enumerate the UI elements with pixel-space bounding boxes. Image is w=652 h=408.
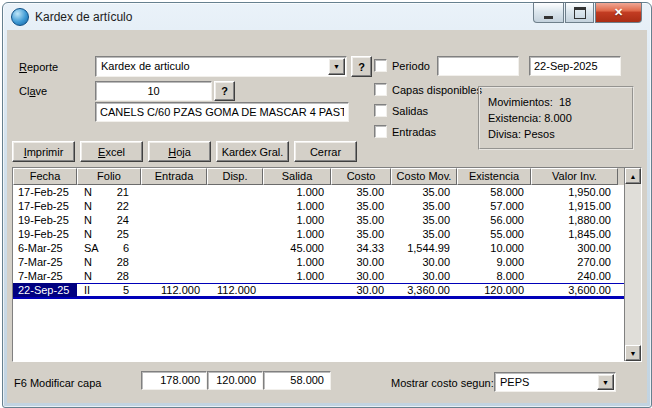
entradas-checkbox[interactable]	[374, 125, 387, 138]
excel-button[interactable]: Excel	[80, 141, 143, 162]
cell-valor-inv: 240.00	[531, 269, 618, 283]
reporte-label: Reporte	[19, 61, 58, 73]
reporte-help-button[interactable]: ?	[351, 56, 372, 77]
cell-costo-mov: 35.00	[391, 213, 457, 227]
cell-entrada	[141, 199, 207, 213]
table-row[interactable]: 22-Sep-25II5112.000112.00030.003,360.001…	[13, 283, 624, 297]
info-panel: Movimientos: 18 Existencia: 8.000 Divisa…	[478, 86, 634, 150]
imprimir-button[interactable]: Imprimir	[12, 141, 75, 162]
cell-entrada	[141, 269, 207, 283]
scroll-down-icon: ▼	[630, 350, 637, 357]
scroll-up-button[interactable]: ▲	[625, 168, 641, 184]
mostrar-costo-label: Mostrar costo segun:	[391, 377, 494, 389]
column-header-costo-mov[interactable]: Costo Mov.	[391, 168, 457, 185]
periodo-checkbox[interactable]	[374, 59, 387, 72]
reporte-combobox[interactable]: Kardex de articulo ▼	[95, 56, 347, 77]
cell-valor-inv: 1,880.00	[531, 213, 618, 227]
cell-existencia: 58.000	[457, 185, 531, 199]
cell-existencia: 10.000	[457, 241, 531, 255]
cell-existencia: 56.000	[457, 213, 531, 227]
cell-existencia: 55.000	[457, 227, 531, 241]
cell-entrada	[141, 185, 207, 199]
cell-disp	[207, 269, 263, 283]
table-row[interactable]: 6-Mar-25SA645.00034.331,544.9910.000300.…	[13, 241, 624, 255]
cell-existencia: 57.000	[457, 199, 531, 213]
table-row[interactable]: 19-Feb-25N241.00035.0035.0056.0001,880.0…	[13, 213, 624, 227]
salidas-checkbox[interactable]	[374, 104, 387, 117]
table-row[interactable]: 17-Feb-25N211.00035.0035.0058.0001,950.0…	[13, 185, 624, 199]
cell-entrada	[141, 213, 207, 227]
entradas-label: Entradas	[392, 126, 436, 138]
column-header-costo[interactable]: Costo	[331, 168, 391, 185]
column-header-salida[interactable]: Salida	[263, 168, 331, 185]
cell-folio-num: 28	[117, 269, 129, 283]
total-entrada: 178.000	[141, 371, 207, 390]
cell-disp	[207, 255, 263, 269]
periodo-input[interactable]	[438, 57, 518, 75]
client-area: Reporte Kardex de articulo ▼ ? Periodo C…	[7, 30, 647, 403]
reporte-value: Kardex de articulo	[101, 57, 326, 76]
column-header-valor-inv[interactable]: Valor Inv.	[531, 168, 618, 185]
kardex-gral-button[interactable]: Kardex Gral.	[216, 141, 289, 162]
table-row[interactable]: 7-Mar-25N281.00030.0030.009.000270.00	[13, 255, 624, 269]
column-header-existencia[interactable]: Existencia	[457, 168, 531, 185]
cell-costo: 35.00	[331, 213, 391, 227]
scroll-down-button[interactable]: ▼	[625, 345, 641, 361]
cell-salida	[263, 283, 331, 297]
cell-folio-num: 28	[117, 255, 129, 269]
cell-valor-inv: 1,950.00	[531, 185, 618, 199]
hoja-button[interactable]: Hoja	[148, 141, 211, 162]
descripcion-input[interactable]	[96, 103, 348, 121]
table-row[interactable]: 7-Mar-25N281.00030.0030.008.000240.00	[13, 269, 624, 283]
mostrar-costo-dropdown-button[interactable]: ▼	[597, 374, 614, 390]
cell-costo-mov: 3,360.00	[391, 283, 457, 297]
periodo-fecha-field	[529, 56, 621, 76]
cell-disp	[207, 185, 263, 199]
cell-folio-tipo: N	[84, 255, 92, 269]
table-row[interactable]: 17-Feb-25N221.00035.0035.0057.0001,915.0…	[13, 199, 624, 213]
table-body: 17-Feb-25N211.00035.0035.0058.0001,950.0…	[13, 185, 624, 361]
periodo-fecha-input[interactable]	[530, 57, 620, 75]
cell-folio-tipo: N	[84, 199, 92, 213]
scrollbar-track[interactable]	[625, 184, 641, 345]
cell-folio: II5	[77, 283, 141, 297]
cell-entrada	[141, 255, 207, 269]
cell-costo-mov: 30.00	[391, 255, 457, 269]
mostrar-costo-combobox[interactable]: PEPS ▼	[494, 372, 616, 392]
descripcion-field	[95, 102, 349, 122]
cell-folio-num: 22	[117, 199, 129, 213]
clave-input[interactable]	[96, 82, 211, 100]
close-button[interactable]: ✕	[595, 2, 642, 23]
column-header-disp[interactable]: Disp.	[207, 168, 263, 185]
column-header-entrada[interactable]: Entrada	[141, 168, 207, 185]
cell-folio: N22	[77, 199, 141, 213]
app-icon	[11, 8, 29, 26]
table-row[interactable]: 19-Feb-25N251.00035.0035.0055.0001,845.0…	[13, 227, 624, 241]
minimize-button[interactable]	[533, 2, 564, 23]
clave-help-button[interactable]: ?	[214, 81, 235, 101]
column-header-fecha[interactable]: Fecha	[13, 168, 77, 185]
cell-costo: 30.00	[331, 255, 391, 269]
column-header-folio[interactable]: Folio	[77, 168, 141, 185]
minimize-icon	[544, 16, 553, 19]
cell-folio-num: 5	[123, 283, 129, 297]
cell-costo-mov: 1,544.99	[391, 241, 457, 255]
cell-folio-tipo: N	[84, 227, 92, 241]
cell-folio: N24	[77, 213, 141, 227]
cell-valor-inv: 3,600.00	[531, 283, 618, 297]
grid-main: FechaFolioEntradaDisp.SalidaCostoCosto M…	[13, 168, 624, 361]
cell-fecha: 17-Feb-25	[13, 199, 77, 213]
vertical-scrollbar[interactable]: ▲ ▼	[624, 168, 641, 361]
reporte-dropdown-button[interactable]: ▼	[328, 58, 345, 75]
cell-fecha: 19-Feb-25	[13, 227, 77, 241]
cell-entrada	[141, 227, 207, 241]
clave-label: Clave	[19, 85, 47, 97]
cell-fecha: 22-Sep-25	[13, 283, 77, 297]
cell-costo-mov: 35.00	[391, 199, 457, 213]
cell-folio: N28	[77, 255, 141, 269]
cell-existencia: 8.000	[457, 269, 531, 283]
cerrar-button[interactable]: Cerrar	[294, 141, 357, 162]
cell-fecha: 17-Feb-25	[13, 185, 77, 199]
maximize-button[interactable]	[565, 2, 594, 23]
capas-disponibles-checkbox[interactable]	[374, 83, 387, 96]
